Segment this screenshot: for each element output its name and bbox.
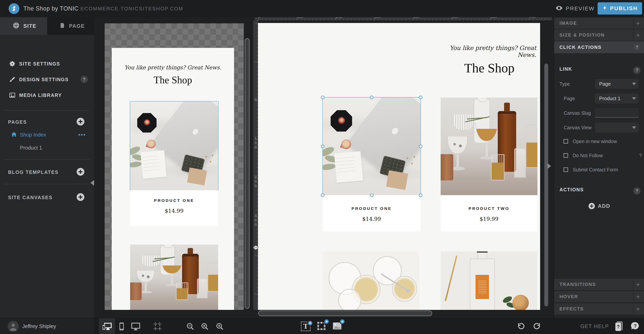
page-row: Page Product 1 xyxy=(554,93,644,103)
preview-button[interactable]: PREVIEW xyxy=(556,0,594,17)
resize-handle-n[interactable] xyxy=(370,96,374,99)
product-price[interactable]: $14.99 xyxy=(130,208,218,214)
site-canvases-label: SITE CANVASES xyxy=(8,195,52,200)
zoom-in-button[interactable] xyxy=(213,318,226,334)
checkbox-open-new-window[interactable]: Open in new window xyxy=(554,137,644,145)
publish-button[interactable]: PUBLISH xyxy=(598,2,642,14)
transitions-section-bar[interactable]: TRANSITIONS + xyxy=(554,279,644,290)
product-name[interactable]: PRODUCT ONE xyxy=(130,198,218,203)
add-site-canvas-button[interactable] xyxy=(76,193,85,202)
add-blog-template-button[interactable] xyxy=(76,168,85,177)
checkbox-icon[interactable] xyxy=(564,139,568,144)
canvas-bounds-button[interactable] xyxy=(151,318,164,334)
add-text-tool[interactable]: T xyxy=(300,318,312,334)
canvas-view-dropdown[interactable] xyxy=(595,123,639,133)
preview-label: PREVIEW xyxy=(566,5,594,12)
device-mobile-button[interactable] xyxy=(116,318,127,334)
desktop-canvas-page[interactable]: You like pretty things? Great News. The … xyxy=(258,23,540,310)
help-circle-icon[interactable]: ? xyxy=(633,187,640,195)
sidebar-item-site-settings[interactable]: SITE SETTINGS xyxy=(0,57,94,71)
expand-plus-icon[interactable]: + xyxy=(636,31,640,39)
resize-handle-s[interactable] xyxy=(370,193,374,197)
mobile-canvas-page[interactable]: You like pretty things? Great News. The … xyxy=(112,48,234,310)
canvas-horizontal-scrollbar[interactable] xyxy=(258,311,432,316)
product-two-image[interactable] xyxy=(130,245,218,310)
expand-plus-icon[interactable]: + xyxy=(636,281,640,288)
help-circle-icon[interactable]: ? xyxy=(80,76,88,83)
resize-handle-ne[interactable] xyxy=(419,96,422,99)
shop-heading[interactable]: The Shop xyxy=(112,74,234,86)
jar-shape xyxy=(197,279,208,298)
chat-help-icon: ? xyxy=(630,322,640,331)
image-section-bar[interactable]: IMAGE + xyxy=(554,18,644,29)
product-name[interactable]: PRODUCT ONE xyxy=(323,206,420,211)
checkbox-icon[interactable] xyxy=(564,167,568,172)
expand-plus-icon[interactable]: + xyxy=(636,19,640,27)
help-circle-icon[interactable]: ? xyxy=(633,67,640,74)
canvas-view-label: Canvas View xyxy=(564,125,592,130)
device-responsive-button[interactable] xyxy=(99,318,115,334)
product-four-image[interactable] xyxy=(441,252,538,310)
expand-plus-icon[interactable]: + xyxy=(636,293,640,301)
canvas-slug-input[interactable] xyxy=(595,108,639,118)
resize-handle-e[interactable] xyxy=(419,145,422,148)
ruler-guide-marker[interactable] xyxy=(253,246,259,250)
divider xyxy=(4,110,90,110)
type-dropdown[interactable]: Page xyxy=(595,79,639,89)
shop-tagline[interactable]: You like pretty things? Great News. xyxy=(444,44,536,58)
add-image-tool[interactable] xyxy=(331,318,344,334)
redo-button[interactable] xyxy=(530,318,544,334)
product-two-card[interactable]: PRODUCT TWO $19.99 xyxy=(441,195,538,232)
sidebar-page-shop-index[interactable]: Shop Index ••• xyxy=(0,129,94,141)
tab-page[interactable]: PAGE xyxy=(47,17,94,35)
product-name[interactable]: PRODUCT TWO xyxy=(441,206,538,211)
resize-handle-se[interactable] xyxy=(419,193,422,197)
sidebar-item-media-library[interactable]: MEDIA LIBRARY xyxy=(0,88,94,102)
undo-button[interactable] xyxy=(514,318,528,334)
help-circle-icon[interactable]: ? xyxy=(633,44,640,51)
get-help-link[interactable]: GET HELP xyxy=(580,318,609,334)
click-actions-section-bar[interactable]: CLICK ACTIONS ? xyxy=(554,41,644,53)
product-one-image[interactable] xyxy=(130,101,218,190)
shop-tagline[interactable]: You like pretty things? Great News. xyxy=(112,64,234,71)
hover-section-bar[interactable]: HOVER + xyxy=(554,291,644,302)
page-options-button[interactable]: ••• xyxy=(78,132,86,138)
resize-handle-nw[interactable] xyxy=(321,96,324,99)
product-one-card[interactable]: PRODUCT ONE $14.99 xyxy=(323,195,420,232)
rose-coupe-shape xyxy=(136,271,155,282)
ruler-tick-label: 200 xyxy=(254,175,258,188)
help-question-icon[interactable]: ? xyxy=(639,153,642,158)
device-desktop-button[interactable] xyxy=(129,318,142,334)
effects-section-bar[interactable]: EFFECTS + xyxy=(554,303,644,315)
sidebar-page-product-1[interactable]: Product 1 xyxy=(0,142,94,154)
product-one-card[interactable]: PRODUCT ONE $14.99 xyxy=(130,190,218,226)
checkbox-submit-contact-form[interactable]: Submit Contact Form xyxy=(554,166,644,174)
size-position-section-bar[interactable]: SIZE & POSITION + xyxy=(554,29,644,41)
docs-help-button[interactable]: ? xyxy=(612,318,625,334)
expand-panel-arrow[interactable] xyxy=(548,163,551,169)
resize-handle-w[interactable] xyxy=(321,145,324,148)
product-three-image[interactable] xyxy=(323,252,419,310)
zoom-out-button[interactable] xyxy=(184,318,197,334)
chat-help-button[interactable]: ? xyxy=(628,318,642,334)
sidebar-item-design-settings[interactable]: DESIGN SETTINGS ? xyxy=(0,73,94,86)
mobile-canvas-scrollbar[interactable] xyxy=(245,38,250,309)
zoom-reset-button[interactable] xyxy=(198,318,211,334)
product-price[interactable]: $14.99 xyxy=(323,216,420,222)
product-one-image-selected[interactable] xyxy=(323,97,420,195)
page-dropdown[interactable]: Product 1 xyxy=(595,93,639,103)
desktop-canvas-scrollbar[interactable] xyxy=(544,64,548,307)
add-page-button[interactable] xyxy=(76,117,85,127)
avatar[interactable] xyxy=(8,321,19,333)
shop-heading[interactable]: The Shop xyxy=(440,60,539,76)
product-price[interactable]: $19.99 xyxy=(441,216,538,222)
product-two-image[interactable] xyxy=(441,97,538,195)
collapse-sidebar-arrow[interactable] xyxy=(90,180,94,186)
resize-handle-sw[interactable] xyxy=(321,193,324,197)
expand-plus-icon[interactable]: + xyxy=(636,305,640,313)
tab-site[interactable]: SITE xyxy=(0,17,47,35)
add-frame-tool[interactable] xyxy=(315,318,328,334)
add-action-button[interactable]: ADD xyxy=(554,201,644,211)
checkbox-icon[interactable] xyxy=(564,153,568,158)
checkbox-do-not-follow[interactable]: Do Not Follow ? xyxy=(554,152,644,159)
